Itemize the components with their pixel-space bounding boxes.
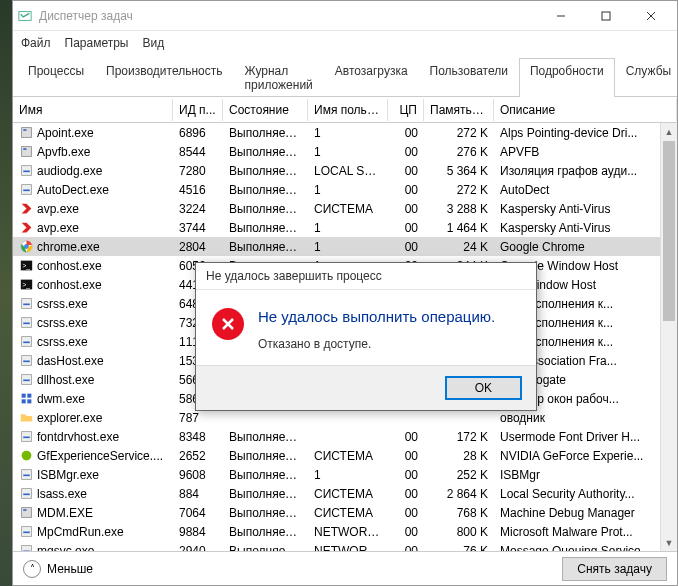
cell-user: 1 <box>308 124 388 142</box>
table-row[interactable]: Apoint.exe6896Выполняется100272 KAlps Po… <box>13 123 677 142</box>
cell-mem: 252 K <box>424 466 494 484</box>
footer: ˄ Меньше Снять задачу <box>13 551 677 585</box>
cell-cpu: 00 <box>388 523 424 541</box>
table-row[interactable]: fontdrvhost.exe8348Выполняется00172 KUse… <box>13 427 677 446</box>
col-state[interactable]: Состояние <box>223 99 308 121</box>
process-name: dwm.exe <box>37 392 85 406</box>
col-desc[interactable]: Описание <box>494 99 677 121</box>
end-task-button[interactable]: Снять задачу <box>562 557 667 581</box>
scrollbar[interactable]: ▲ ▼ <box>660 123 677 551</box>
cell-state: Выполняется <box>223 504 308 522</box>
process-icon <box>19 297 33 311</box>
tab-apphistory[interactable]: Журнал приложений <box>234 58 324 97</box>
scroll-up-icon[interactable]: ▲ <box>661 123 677 140</box>
tab-details[interactable]: Подробности <box>519 58 615 97</box>
cell-desc: Alps Pointing-device Dri... <box>494 124 677 142</box>
process-name: explorer.exe <box>37 411 102 425</box>
maximize-button[interactable] <box>583 2 628 30</box>
svg-rect-28 <box>23 380 30 382</box>
cell-mem: 172 K <box>424 428 494 446</box>
tab-startup[interactable]: Автозагрузка <box>324 58 419 97</box>
col-name[interactable]: Имя <box>13 99 173 121</box>
process-name: AutoDect.exe <box>37 183 109 197</box>
dialog-text: Отказано в доступе. <box>258 337 520 351</box>
table-row[interactable]: Apvfb.exe8544Выполняется100276 KAPVFB <box>13 142 677 161</box>
svg-rect-31 <box>21 399 25 403</box>
cell-desc: Message Queuing Service <box>494 542 677 552</box>
process-icon <box>19 506 33 520</box>
table-row[interactable]: GfExperienceService....2652ВыполняетсяСИ… <box>13 446 677 465</box>
cell-cpu: 00 <box>388 200 424 218</box>
svg-rect-37 <box>23 475 30 477</box>
error-icon <box>212 308 244 340</box>
tab-performance[interactable]: Производительность <box>95 58 233 97</box>
cell-mem: 276 K <box>424 143 494 161</box>
ok-button[interactable]: OK <box>445 376 522 400</box>
tab-users[interactable]: Пользователи <box>419 58 519 97</box>
svg-rect-32 <box>27 399 31 403</box>
scroll-thumb[interactable] <box>663 141 675 321</box>
cell-mem: 24 K <box>424 238 494 256</box>
table-row[interactable]: avp.exe3744Выполняется1001 464 KKaspersk… <box>13 218 677 237</box>
menu-options[interactable]: Параметры <box>65 36 129 50</box>
tab-services[interactable]: Службы <box>615 58 678 97</box>
process-icon <box>19 164 33 178</box>
cell-user: 1 <box>308 143 388 161</box>
table-row[interactable]: ISBMgr.exe9608Выполняется100252 KISBMgr <box>13 465 677 484</box>
menu-file[interactable]: Файл <box>21 36 51 50</box>
table-row[interactable]: MpCmdRun.exe9884ВыполняетсяNETWORK...008… <box>13 522 677 541</box>
process-icon <box>19 202 33 216</box>
cell-cpu: 00 <box>388 219 424 237</box>
fewer-details-button[interactable]: ˄ Меньше <box>23 560 93 578</box>
close-button[interactable] <box>628 2 673 30</box>
cell-user: LOCAL SE... <box>308 162 388 180</box>
table-row[interactable]: MDM.EXE7064ВыполняетсяСИСТЕМА00768 KMach… <box>13 503 677 522</box>
cell-mem <box>424 416 494 420</box>
process-name: conhost.exe <box>37 259 102 273</box>
cell-cpu: 00 <box>388 143 424 161</box>
minimize-button[interactable] <box>538 2 583 30</box>
svg-rect-6 <box>23 129 26 131</box>
table-row[interactable]: AutoDect.exe4516Выполняется100272 KAutoD… <box>13 180 677 199</box>
scroll-down-icon[interactable]: ▼ <box>661 534 677 551</box>
col-pid[interactable]: ИД п... <box>173 99 223 121</box>
cell-pid: 2940 <box>173 542 223 552</box>
cell-mem: 3 288 K <box>424 200 494 218</box>
svg-text:>_: >_ <box>22 262 30 270</box>
window-title: Диспетчер задач <box>39 9 538 23</box>
svg-rect-40 <box>21 508 31 518</box>
process-icon <box>19 411 33 425</box>
cell-user: NETWORK... <box>308 542 388 552</box>
cell-user: СИСТЕМА <box>308 447 388 465</box>
col-mem[interactable]: Память (ч... <box>424 99 494 121</box>
table-row[interactable]: avp.exe3224ВыполняетсяСИСТЕМА003 288 KKa… <box>13 199 677 218</box>
table-row[interactable]: chrome.exe2804Выполняется10024 KGoogle C… <box>13 237 677 256</box>
svg-rect-30 <box>27 394 31 398</box>
process-icon <box>19 430 33 444</box>
process-icon <box>19 373 33 387</box>
cell-cpu: 00 <box>388 542 424 552</box>
cell-pid: 9608 <box>173 466 223 484</box>
process-name: audiodg.exe <box>37 164 102 178</box>
svg-rect-7 <box>21 147 31 157</box>
svg-point-35 <box>21 451 31 461</box>
table-row[interactable]: lsass.exe884ВыполняетсяСИСТЕМА002 864 KL… <box>13 484 677 503</box>
process-icon <box>19 335 33 349</box>
cell-state: Выполняется <box>223 466 308 484</box>
tab-processes[interactable]: Процессы <box>17 58 95 97</box>
cell-state: Выполняется <box>223 447 308 465</box>
col-user[interactable]: Имя польз... <box>308 99 388 121</box>
cell-mem: 272 K <box>424 124 494 142</box>
svg-rect-29 <box>21 394 25 398</box>
cell-state: Выполняется <box>223 219 308 237</box>
cell-pid: 787 <box>173 409 223 427</box>
col-cpu[interactable]: ЦП <box>388 99 424 121</box>
cell-cpu: 00 <box>388 504 424 522</box>
cell-cpu: 00 <box>388 162 424 180</box>
cell-user: СИСТЕМА <box>308 485 388 503</box>
menu-view[interactable]: Вид <box>142 36 164 50</box>
cell-user: СИСТЕМА <box>308 504 388 522</box>
table-row[interactable]: audiodg.exe7280ВыполняетсяLOCAL SE...005… <box>13 161 677 180</box>
process-name: avp.exe <box>37 221 79 235</box>
table-row[interactable]: mqsvc.exe2940ВыполняетсяNETWORK...0076 K… <box>13 541 677 551</box>
